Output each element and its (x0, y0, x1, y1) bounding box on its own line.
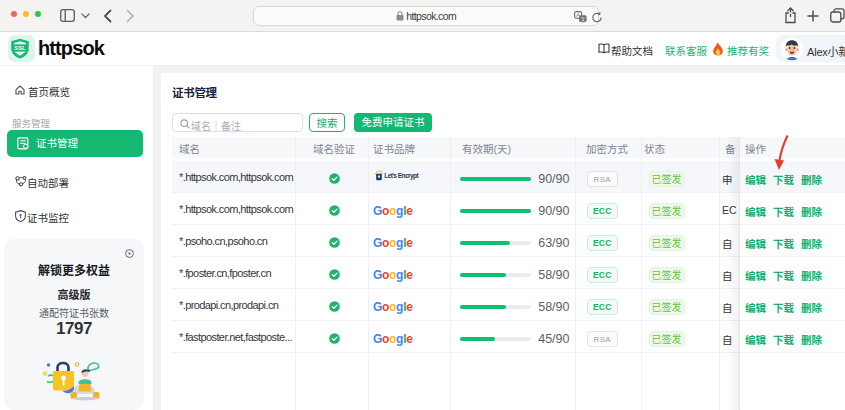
svg-text:文: 文 (580, 16, 586, 22)
svg-text:SSL: SSL (14, 45, 26, 51)
